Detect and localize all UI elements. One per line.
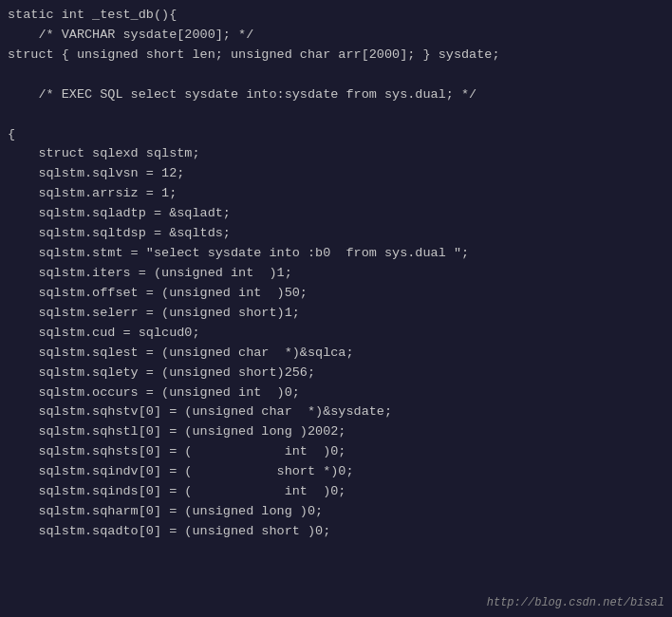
code-line: {: [0, 125, 672, 145]
code-line: sqlstm.sqharm[0] = (unsigned long )0;: [0, 502, 672, 522]
code-line: sqlstm.sqlest = (unsigned char *)&sqlca;: [0, 344, 672, 364]
code-line: struct { unsigned short len; unsigned ch…: [0, 46, 672, 65]
code-line: sqlstm.sqlety = (unsigned short)256;: [0, 364, 672, 383]
watermark: http://blog.csdn.net/bisal: [487, 596, 664, 609]
code-line: sqlstm.sqhstl[0] = (unsigned long )2002;: [0, 422, 672, 442]
code-line: sqlstm.arrsiz = 1;: [0, 184, 672, 204]
code-line: sqlstm.occurs = (unsigned int )0;: [0, 383, 672, 403]
code-line: sqlstm.stmt = "select sysdate into :b0 f…: [0, 244, 672, 264]
code-line: sqlstm.sqadto[0] = (unsigned short )0;: [0, 522, 672, 542]
code-line: sqlstm.selerr = (unsigned short)1;: [0, 304, 672, 324]
code-line: struct sqlexd sqlstm;: [0, 144, 672, 164]
code-line: /* EXEC SQL select sysdate into:sysdate …: [0, 85, 672, 105]
code-line: sqlstm.iters = (unsigned int )1;: [0, 264, 672, 284]
code-line: static int _test_db(){: [0, 6, 672, 26]
code-line: sqlstm.sqhstv[0] = (unsigned char *)&sys…: [0, 402, 672, 422]
code-block: static int _test_db(){ /* VARCHAR sysdat…: [0, 6, 672, 542]
code-line: [0, 65, 672, 85]
code-line: sqlstm.cud = sqlcud0;: [0, 324, 672, 344]
code-line: /* VARCHAR sysdate[2000]; */: [0, 26, 672, 46]
code-line: sqlstm.sqinds[0] = ( int )0;: [0, 482, 672, 502]
code-line: sqlstm.sqlvsn = 12;: [0, 164, 672, 184]
code-line: [0, 105, 672, 125]
code-line: sqlstm.sqindv[0] = ( short *)0;: [0, 462, 672, 482]
code-line: sqlstm.sqltdsp = &sqltds;: [0, 224, 672, 244]
code-line: sqlstm.sqladtp = &sqladt;: [0, 204, 672, 224]
code-line: sqlstm.offset = (unsigned int )50;: [0, 284, 672, 304]
code-line: sqlstm.sqhsts[0] = ( int )0;: [0, 442, 672, 462]
code-container: static int _test_db(){ /* VARCHAR sysdat…: [0, 0, 672, 617]
